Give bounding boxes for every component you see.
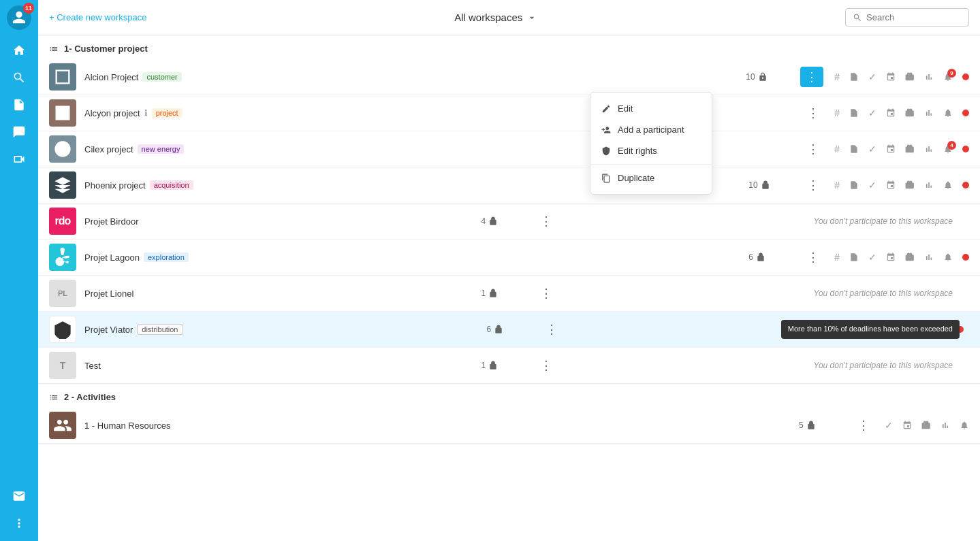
workspace-row: Phoenix project acquisition 10 ⋮ # ✓ bbox=[38, 167, 980, 203]
workspace-row: Projet Viator distribution 6 ⋮ More than… bbox=[38, 312, 980, 348]
bell-icon[interactable] bbox=[943, 252, 953, 262]
bell-icon[interactable] bbox=[943, 108, 953, 118]
more-options-button[interactable]: ⋮ bbox=[803, 248, 823, 266]
check-icon[interactable]: ✓ bbox=[868, 71, 876, 82]
workspace-members: 5 bbox=[799, 421, 853, 430]
briefcase-icon[interactable] bbox=[905, 72, 915, 82]
file-icon[interactable] bbox=[849, 180, 859, 190]
calendar-icon[interactable] bbox=[902, 421, 912, 430]
workspace-tag: project bbox=[152, 108, 183, 118]
hashtag-icon[interactable]: # bbox=[834, 71, 840, 82]
check-icon[interactable]: ✓ bbox=[885, 420, 893, 431]
mail-icon[interactable] bbox=[7, 484, 31, 508]
chat-icon[interactable] bbox=[7, 120, 31, 144]
chart-icon[interactable] bbox=[924, 180, 934, 190]
bell-badge: 9 bbox=[947, 69, 956, 78]
more-options-button[interactable]: ⋮ bbox=[803, 140, 823, 158]
more-options-button[interactable]: ⋮ bbox=[803, 104, 823, 122]
more-options-button[interactable]: ⋮ bbox=[803, 176, 823, 194]
workspace-members: 4 bbox=[481, 216, 536, 226]
add-participant-menu-item[interactable]: Add a participant bbox=[590, 119, 712, 140]
main-content: + Create new workspace All workspaces 1-… bbox=[38, 0, 980, 541]
workspace-thumb: T bbox=[49, 352, 76, 379]
briefcase-icon[interactable] bbox=[905, 252, 915, 262]
hashtag-icon[interactable]: # bbox=[834, 108, 840, 118]
search-icon[interactable] bbox=[7, 65, 31, 90]
workspace-row: Alcion Project customer 10 ⋮ # ✓ bbox=[38, 59, 980, 95]
create-workspace-button[interactable]: + Create new workspace bbox=[49, 12, 146, 22]
avatar[interactable]: 11 bbox=[7, 5, 31, 30]
info-icon[interactable]: ℹ bbox=[144, 108, 148, 118]
workspace-quick-icons: # ✓ bbox=[834, 252, 969, 263]
workspace-quick-icons: # ✓ 4 bbox=[834, 144, 969, 154]
bell-badge-container: 4 bbox=[943, 144, 953, 154]
workspace-name: Projet Lagoon exploration bbox=[84, 252, 748, 263]
calendar-icon[interactable] bbox=[886, 144, 896, 154]
workspace-row: Cilex project new energy 0 ⋮ # ✓ 4 bbox=[38, 131, 980, 167]
briefcase-icon[interactable] bbox=[905, 144, 915, 154]
search-input[interactable] bbox=[866, 12, 962, 22]
briefcase-icon[interactable] bbox=[905, 180, 915, 190]
more-options-button[interactable]: ⋮ bbox=[536, 212, 556, 230]
briefcase-icon[interactable] bbox=[905, 108, 915, 118]
workspace-row: Alcyon project ℹ project 10 ⋮ # ✓ bbox=[38, 95, 980, 131]
more-icon[interactable] bbox=[7, 511, 31, 536]
not-participate-text: You don't participate to this workspace bbox=[556, 289, 970, 298]
hashtag-icon[interactable]: # bbox=[834, 180, 840, 191]
calendar-icon[interactable] bbox=[886, 72, 896, 82]
video-icon[interactable] bbox=[7, 147, 31, 171]
workspace-name: Test bbox=[84, 361, 481, 371]
check-icon[interactable]: ✓ bbox=[868, 144, 876, 154]
chart-icon[interactable] bbox=[924, 108, 934, 118]
workspace-thumb bbox=[49, 244, 76, 271]
section-customer-project: 1- Customer project bbox=[38, 35, 980, 59]
document-icon[interactable] bbox=[7, 93, 31, 117]
workspace-members: 10 bbox=[748, 180, 803, 190]
add-participant-label: Add a participant bbox=[618, 125, 684, 135]
chart-icon[interactable] bbox=[941, 421, 950, 430]
file-icon[interactable] bbox=[849, 108, 859, 118]
home-icon[interactable] bbox=[7, 38, 31, 63]
workspace-quick-icons: # ✓ bbox=[834, 180, 969, 191]
notification-badge: 11 bbox=[23, 3, 34, 14]
check-icon[interactable]: ✓ bbox=[868, 252, 876, 263]
search-box[interactable] bbox=[845, 8, 969, 27]
file-icon[interactable] bbox=[849, 144, 859, 154]
workspace-quick-icons: ✓ bbox=[885, 420, 969, 431]
calendar-icon[interactable] bbox=[886, 252, 896, 262]
bell-badge: 4 bbox=[947, 141, 956, 150]
bell-icon[interactable] bbox=[960, 421, 969, 430]
file-icon[interactable] bbox=[849, 72, 859, 82]
workspace-name: Projet Viator distribution bbox=[84, 324, 487, 335]
section-activities: 2 - Activities bbox=[38, 384, 980, 408]
edit-menu-item[interactable]: Edit bbox=[590, 98, 712, 119]
workspace-tag: exploration bbox=[144, 252, 189, 262]
workspace-tag: customer bbox=[142, 72, 181, 82]
check-icon[interactable]: ✓ bbox=[868, 108, 876, 118]
workspace-row: rdo Projet Birdoor 4 ⋮ You don't partici… bbox=[38, 203, 980, 240]
more-options-button[interactable]: ⋮ bbox=[541, 321, 562, 338]
header: + Create new workspace All workspaces bbox=[38, 0, 980, 35]
calendar-icon[interactable] bbox=[886, 108, 896, 118]
status-dot bbox=[962, 182, 969, 188]
edit-rights-menu-item[interactable]: Edit rights bbox=[590, 140, 712, 161]
workspace-tag: new energy bbox=[138, 144, 185, 154]
chart-icon[interactable] bbox=[924, 144, 934, 154]
chart-icon[interactable] bbox=[924, 72, 934, 82]
more-options-button[interactable]: ⋮ bbox=[536, 284, 556, 302]
bell-icon[interactable] bbox=[943, 180, 953, 190]
more-options-button[interactable]: ⋮ bbox=[536, 357, 556, 374]
workspace-thumb bbox=[49, 412, 76, 439]
more-options-button[interactable]: ⋮ bbox=[800, 67, 823, 87]
file-icon[interactable] bbox=[849, 252, 859, 262]
calendar-icon[interactable] bbox=[886, 180, 896, 190]
briefcase-icon[interactable] bbox=[921, 421, 931, 430]
hashtag-icon[interactable]: # bbox=[834, 144, 840, 154]
workspace-tag: distribution bbox=[137, 324, 183, 335]
duplicate-menu-item[interactable]: Duplicate bbox=[590, 167, 712, 188]
workspace-members: 1 bbox=[481, 289, 536, 298]
hashtag-icon[interactable]: # bbox=[834, 252, 840, 263]
chart-icon[interactable] bbox=[924, 252, 934, 262]
check-icon[interactable]: ✓ bbox=[868, 180, 876, 191]
more-options-button[interactable]: ⋮ bbox=[853, 416, 874, 434]
